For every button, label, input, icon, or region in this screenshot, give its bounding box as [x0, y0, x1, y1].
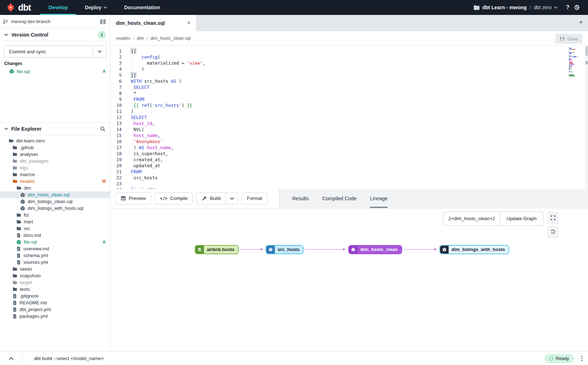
tree-item-docs.md[interactable]: docs.md	[0, 232, 110, 239]
tree-item-dim_hosts_clean.sql[interactable]: dim_hosts_clean.sql	[0, 191, 110, 198]
code-line-7[interactable]: 7 SELECT	[110, 84, 588, 90]
commit-options-caret[interactable]	[93, 46, 106, 57]
lineage-selector-input[interactable]	[443, 212, 500, 226]
command-input[interactable]: dbt build --select <model_name>	[34, 356, 104, 361]
editor-tab-dim-hosts-clean[interactable]: dim_hosts_clean.sql ×	[110, 15, 196, 31]
lineage-node-airbnb.hosts[interactable]: airbnb.hosts	[195, 245, 239, 254]
code-line-12[interactable]: 12SELECT	[110, 114, 588, 120]
tree-item-dbt_project.yml[interactable]: dbt_project.yml	[0, 306, 110, 313]
help-icon[interactable]: ?	[566, 4, 570, 11]
tree-item-sources.yml[interactable]: sources.yml	[0, 259, 110, 266]
breadcrumb-item[interactable]: dim_hosts_clean.sql	[150, 36, 190, 41]
dbt-logo[interactable]: dbt	[0, 0, 40, 15]
breadcrumb-item[interactable]: dim	[137, 36, 144, 41]
tree-item-models[interactable]: modelsM	[0, 178, 110, 185]
scrollbar-thumb[interactable]	[586, 47, 588, 56]
code-line-13[interactable]: 13 host_id,	[110, 120, 588, 126]
cube-icon	[349, 246, 357, 254]
tree-item-overview.md[interactable]: overview.md	[0, 245, 110, 252]
gear-icon[interactable]	[573, 4, 580, 11]
code-editor[interactable]: 1{{2 config(3 materialized = 'view',4 )5…	[110, 45, 588, 189]
lineage-node-dim_listings_with_hosts[interactable]: dim_listings_with_hosts	[439, 245, 509, 254]
expand-panel-chevron[interactable]	[0, 357, 22, 360]
tree-item-fct[interactable]: fct	[0, 212, 110, 218]
code-line-18[interactable]: 18 is_superhost,	[110, 151, 588, 157]
fullscreen-button[interactable]	[547, 212, 559, 224]
code-line-15[interactable]: 15 host_name,	[110, 132, 588, 138]
tree-item-analyses[interactable]: analyses	[0, 151, 110, 158]
tab-compiled-code[interactable]: Compiled Code	[322, 189, 357, 208]
tree-item-.github[interactable]: .github	[0, 144, 110, 151]
code-line-3[interactable]: 3 materialized = 'view',	[110, 60, 588, 66]
breadcrumb-item[interactable]: models	[116, 36, 130, 41]
tree-item-snapshots[interactable]: snapshots	[0, 272, 110, 279]
tree-item-dim_listings_with_hosts.sql[interactable]: dim_listings_with_hosts.sql	[0, 205, 110, 212]
code-line-24[interactable]: 24limit 100	[110, 187, 588, 189]
lineage-node-dim_hosts_clean[interactable]: dim_hosts_clean	[348, 245, 402, 254]
tree-item-dbt-learn-zero[interactable]: dbt-learn-zero	[0, 137, 110, 144]
tree-item-src[interactable]: src	[0, 225, 110, 232]
tree-item-seeds[interactable]: seeds	[0, 266, 110, 272]
tree-item-macros[interactable]: macros	[0, 171, 110, 178]
environment-selector[interactable]: dbt zero	[534, 5, 558, 10]
commit-and-sync-button[interactable]: Commit and sync	[4, 45, 106, 58]
nav-item-develop[interactable]: Develop	[40, 0, 76, 15]
code-line-5[interactable]: 5}}	[110, 72, 588, 78]
code-line-14[interactable]: 14 NVL(	[110, 126, 588, 132]
tree-item-logs[interactable]: logs	[0, 164, 110, 171]
tab-results[interactable]: Results	[292, 189, 309, 208]
code-line-9[interactable]: 9 FROM	[110, 96, 588, 102]
version-control-header[interactable]: Version Control 1	[0, 28, 110, 41]
commit-button-label[interactable]: Commit and sync	[4, 46, 93, 57]
tree-item-schema.yml[interactable]: schema.yml	[0, 252, 110, 259]
build-options-caret[interactable]	[226, 193, 238, 204]
changed-file-row[interactable]: file.sql A	[0, 67, 110, 75]
tree-item-dim[interactable]: dim	[0, 185, 110, 191]
save-button[interactable]: Save	[555, 34, 582, 44]
code-line-23[interactable]: 23	[110, 181, 588, 187]
editor-scrollbar[interactable]	[585, 45, 588, 189]
code-line-4[interactable]: 4 )	[110, 66, 588, 72]
code-line-8[interactable]: 8 *	[110, 90, 588, 96]
tree-item-mart[interactable]: mart	[0, 218, 110, 225]
code-line-17[interactable]: 17 ) AS host_name,	[110, 145, 588, 151]
reset-view-button[interactable]	[547, 225, 559, 238]
code-text: )	[126, 66, 144, 72]
code-line-19[interactable]: 19 created_at,	[110, 157, 588, 163]
lineage-node-src_hosts[interactable]: src_hosts	[266, 245, 304, 254]
tree-item-file.sql[interactable]: file.sqlA	[0, 239, 110, 245]
code-line-1[interactable]: 1{{	[110, 48, 588, 54]
code-line-10[interactable]: 10 {{ ref('src_hosts') }}	[110, 102, 588, 108]
code-line-11[interactable]: 11)	[110, 108, 588, 114]
close-tab-icon[interactable]: ×	[187, 20, 190, 26]
new-tab-button[interactable]: +	[579, 18, 583, 27]
tree-item-tests[interactable]: tests	[0, 286, 110, 293]
preview-button[interactable]: Preview	[115, 192, 151, 205]
folder-open-icon	[16, 186, 21, 191]
format-button[interactable]: Format	[242, 192, 267, 205]
code-line-22[interactable]: 22 src_hosts	[110, 175, 588, 181]
nav-item-documentation[interactable]: Documentation	[116, 0, 169, 15]
code-line-6[interactable]: 6WITH src_hosts AS (	[110, 78, 588, 84]
tree-item-.gitignore[interactable]: .gitignore	[0, 293, 110, 299]
kebab-menu[interactable]	[581, 356, 583, 361]
code-line-20[interactable]: 20 updated_at	[110, 163, 588, 169]
account-switcher[interactable]: dbt Learn - mwong / dbt zero	[474, 5, 558, 10]
minimap[interactable]	[569, 47, 582, 78]
search-icon[interactable]	[100, 126, 106, 132]
code-line-16[interactable]: 16 'Anonymous'	[110, 138, 588, 145]
tab-lineage[interactable]: Lineage	[370, 189, 388, 208]
compile-button[interactable]: </> Compile	[155, 192, 193, 205]
tree-item-target[interactable]: target	[0, 279, 110, 286]
build-button[interactable]: Build	[197, 193, 226, 204]
tree-item-dbt_packages[interactable]: dbt_packages	[0, 158, 110, 164]
docs-book-icon[interactable]	[100, 19, 106, 24]
tree-item-dim_listings_clean.sql[interactable]: dim_listings_clean.sql	[0, 198, 110, 205]
code-line-21[interactable]: 21FROM	[110, 169, 588, 175]
tree-item-README.md[interactable]: README.md	[0, 299, 110, 306]
nav-item-deploy[interactable]: Deploy	[76, 0, 116, 15]
update-graph-button[interactable]: Update Graph	[500, 212, 543, 226]
tree-item-packages.yml[interactable]: packages.yml	[0, 313, 110, 320]
code-line-2[interactable]: 2 config(	[110, 54, 588, 60]
file-explorer-header[interactable]: File Explorer	[0, 122, 110, 135]
